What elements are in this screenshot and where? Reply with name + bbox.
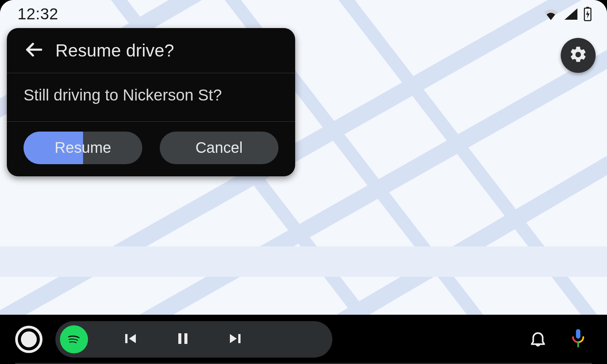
launcher-button[interactable] [15, 326, 42, 353]
cancel-button[interactable]: Cancel [160, 132, 278, 164]
play-pause-button[interactable] [171, 329, 194, 349]
skip-next-icon [227, 329, 245, 349]
notifications-button[interactable] [524, 326, 552, 353]
spotify-icon [64, 328, 84, 350]
status-indicators [543, 7, 592, 21]
map-settings-button[interactable] [561, 38, 596, 73]
resume-drive-dialog: Resume drive? Still driving to Nickerson… [7, 28, 295, 176]
dialog-header: Resume drive? [7, 28, 295, 73]
status-time: 12:32 [17, 5, 58, 23]
gear-icon [569, 45, 588, 66]
car-head-unit-screen: 12:32 [0, 0, 607, 364]
skip-previous-icon [121, 329, 139, 349]
svg-point-12 [64, 328, 84, 349]
back-button[interactable] [23, 39, 45, 61]
system-nav-bar [0, 315, 607, 364]
svg-rect-13 [576, 329, 580, 339]
dialog-body-text: Still driving to Nickerson St? [7, 73, 295, 122]
media-controls-cluster [55, 321, 332, 358]
resume-button-label: Resume [55, 139, 111, 156]
dialog-title: Resume drive? [55, 40, 174, 61]
battery-charging-icon [583, 7, 592, 21]
dialog-actions: Resume Cancel [7, 122, 295, 176]
cell-signal-icon [564, 8, 578, 20]
arrow-left-icon [24, 40, 44, 61]
voice-assistant-button[interactable] [565, 326, 592, 353]
svg-rect-10 [587, 7, 589, 8]
bell-icon [528, 329, 547, 350]
mic-assistant-icon [569, 328, 587, 350]
next-track-button[interactable] [225, 329, 247, 349]
cancel-button-label: Cancel [195, 139, 243, 156]
media-app-button[interactable] [60, 325, 88, 353]
previous-track-button[interactable] [118, 329, 141, 349]
resume-button[interactable]: Resume [24, 132, 142, 164]
status-bar: 12:32 [0, 4, 607, 24]
pause-icon [174, 329, 192, 349]
wifi-icon [543, 8, 558, 20]
